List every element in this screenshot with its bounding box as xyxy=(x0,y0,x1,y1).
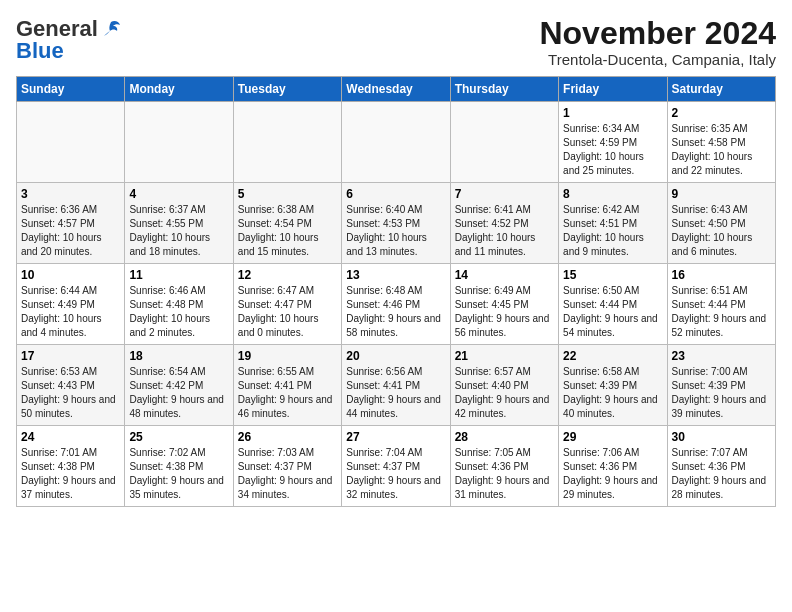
day-info: Sunrise: 7:06 AM Sunset: 4:36 PM Dayligh… xyxy=(563,446,662,502)
day-info: Sunrise: 6:43 AM Sunset: 4:50 PM Dayligh… xyxy=(672,203,771,259)
weekday-header: Tuesday xyxy=(233,77,341,102)
calendar-week-row: 3Sunrise: 6:36 AM Sunset: 4:57 PM Daylig… xyxy=(17,183,776,264)
day-info: Sunrise: 6:55 AM Sunset: 4:41 PM Dayligh… xyxy=(238,365,337,421)
calendar-cell: 3Sunrise: 6:36 AM Sunset: 4:57 PM Daylig… xyxy=(17,183,125,264)
calendar-cell: 30Sunrise: 7:07 AM Sunset: 4:36 PM Dayli… xyxy=(667,426,775,507)
day-info: Sunrise: 7:05 AM Sunset: 4:36 PM Dayligh… xyxy=(455,446,554,502)
day-number: 22 xyxy=(563,349,662,363)
day-number: 15 xyxy=(563,268,662,282)
day-info: Sunrise: 6:54 AM Sunset: 4:42 PM Dayligh… xyxy=(129,365,228,421)
weekday-header: Thursday xyxy=(450,77,558,102)
calendar-week-row: 10Sunrise: 6:44 AM Sunset: 4:49 PM Dayli… xyxy=(17,264,776,345)
day-number: 29 xyxy=(563,430,662,444)
calendar-cell: 29Sunrise: 7:06 AM Sunset: 4:36 PM Dayli… xyxy=(559,426,667,507)
weekday-header: Sunday xyxy=(17,77,125,102)
day-info: Sunrise: 7:01 AM Sunset: 4:38 PM Dayligh… xyxy=(21,446,120,502)
day-info: Sunrise: 6:37 AM Sunset: 4:55 PM Dayligh… xyxy=(129,203,228,259)
day-number: 24 xyxy=(21,430,120,444)
calendar-cell: 11Sunrise: 6:46 AM Sunset: 4:48 PM Dayli… xyxy=(125,264,233,345)
calendar-cell: 15Sunrise: 6:50 AM Sunset: 4:44 PM Dayli… xyxy=(559,264,667,345)
calendar-cell: 16Sunrise: 6:51 AM Sunset: 4:44 PM Dayli… xyxy=(667,264,775,345)
calendar-cell: 20Sunrise: 6:56 AM Sunset: 4:41 PM Dayli… xyxy=(342,345,450,426)
calendar-cell xyxy=(125,102,233,183)
day-number: 3 xyxy=(21,187,120,201)
calendar-cell: 23Sunrise: 7:00 AM Sunset: 4:39 PM Dayli… xyxy=(667,345,775,426)
calendar-cell: 9Sunrise: 6:43 AM Sunset: 4:50 PM Daylig… xyxy=(667,183,775,264)
calendar-cell xyxy=(233,102,341,183)
calendar-cell: 5Sunrise: 6:38 AM Sunset: 4:54 PM Daylig… xyxy=(233,183,341,264)
calendar-cell: 13Sunrise: 6:48 AM Sunset: 4:46 PM Dayli… xyxy=(342,264,450,345)
day-number: 9 xyxy=(672,187,771,201)
calendar-cell xyxy=(342,102,450,183)
day-info: Sunrise: 6:34 AM Sunset: 4:59 PM Dayligh… xyxy=(563,122,662,178)
day-number: 19 xyxy=(238,349,337,363)
calendar-cell xyxy=(17,102,125,183)
day-info: Sunrise: 6:49 AM Sunset: 4:45 PM Dayligh… xyxy=(455,284,554,340)
day-number: 2 xyxy=(672,106,771,120)
day-number: 20 xyxy=(346,349,445,363)
calendar-cell: 4Sunrise: 6:37 AM Sunset: 4:55 PM Daylig… xyxy=(125,183,233,264)
day-info: Sunrise: 6:41 AM Sunset: 4:52 PM Dayligh… xyxy=(455,203,554,259)
day-number: 7 xyxy=(455,187,554,201)
day-number: 18 xyxy=(129,349,228,363)
day-info: Sunrise: 6:47 AM Sunset: 4:47 PM Dayligh… xyxy=(238,284,337,340)
calendar-cell: 24Sunrise: 7:01 AM Sunset: 4:38 PM Dayli… xyxy=(17,426,125,507)
calendar-cell: 2Sunrise: 6:35 AM Sunset: 4:58 PM Daylig… xyxy=(667,102,775,183)
page-header: General Blue November 2024 Trentola-Duce… xyxy=(16,16,776,68)
calendar-cell: 18Sunrise: 6:54 AM Sunset: 4:42 PM Dayli… xyxy=(125,345,233,426)
weekday-header: Saturday xyxy=(667,77,775,102)
calendar-cell: 12Sunrise: 6:47 AM Sunset: 4:47 PM Dayli… xyxy=(233,264,341,345)
calendar-cell: 26Sunrise: 7:03 AM Sunset: 4:37 PM Dayli… xyxy=(233,426,341,507)
calendar-week-row: 1Sunrise: 6:34 AM Sunset: 4:59 PM Daylig… xyxy=(17,102,776,183)
day-info: Sunrise: 6:46 AM Sunset: 4:48 PM Dayligh… xyxy=(129,284,228,340)
weekday-header: Monday xyxy=(125,77,233,102)
day-info: Sunrise: 6:58 AM Sunset: 4:39 PM Dayligh… xyxy=(563,365,662,421)
day-info: Sunrise: 7:02 AM Sunset: 4:38 PM Dayligh… xyxy=(129,446,228,502)
day-number: 30 xyxy=(672,430,771,444)
calendar-cell: 6Sunrise: 6:40 AM Sunset: 4:53 PM Daylig… xyxy=(342,183,450,264)
day-info: Sunrise: 6:42 AM Sunset: 4:51 PM Dayligh… xyxy=(563,203,662,259)
day-number: 12 xyxy=(238,268,337,282)
calendar-cell: 14Sunrise: 6:49 AM Sunset: 4:45 PM Dayli… xyxy=(450,264,558,345)
day-number: 27 xyxy=(346,430,445,444)
day-number: 6 xyxy=(346,187,445,201)
calendar-cell: 22Sunrise: 6:58 AM Sunset: 4:39 PM Dayli… xyxy=(559,345,667,426)
day-number: 13 xyxy=(346,268,445,282)
calendar-cell: 17Sunrise: 6:53 AM Sunset: 4:43 PM Dayli… xyxy=(17,345,125,426)
day-number: 17 xyxy=(21,349,120,363)
day-info: Sunrise: 6:53 AM Sunset: 4:43 PM Dayligh… xyxy=(21,365,120,421)
day-number: 8 xyxy=(563,187,662,201)
calendar-week-row: 17Sunrise: 6:53 AM Sunset: 4:43 PM Dayli… xyxy=(17,345,776,426)
logo-bird-icon xyxy=(100,18,122,40)
month-title: November 2024 xyxy=(539,16,776,51)
day-info: Sunrise: 7:03 AM Sunset: 4:37 PM Dayligh… xyxy=(238,446,337,502)
calendar-header-row: SundayMondayTuesdayWednesdayThursdayFrid… xyxy=(17,77,776,102)
day-number: 28 xyxy=(455,430,554,444)
day-number: 11 xyxy=(129,268,228,282)
calendar-cell: 10Sunrise: 6:44 AM Sunset: 4:49 PM Dayli… xyxy=(17,264,125,345)
calendar-cell xyxy=(450,102,558,183)
day-number: 1 xyxy=(563,106,662,120)
day-number: 21 xyxy=(455,349,554,363)
weekday-header: Friday xyxy=(559,77,667,102)
calendar-cell: 7Sunrise: 6:41 AM Sunset: 4:52 PM Daylig… xyxy=(450,183,558,264)
calendar-cell: 21Sunrise: 6:57 AM Sunset: 4:40 PM Dayli… xyxy=(450,345,558,426)
day-number: 16 xyxy=(672,268,771,282)
day-number: 4 xyxy=(129,187,228,201)
day-info: Sunrise: 7:04 AM Sunset: 4:37 PM Dayligh… xyxy=(346,446,445,502)
day-info: Sunrise: 6:57 AM Sunset: 4:40 PM Dayligh… xyxy=(455,365,554,421)
day-number: 14 xyxy=(455,268,554,282)
calendar-cell: 19Sunrise: 6:55 AM Sunset: 4:41 PM Dayli… xyxy=(233,345,341,426)
day-info: Sunrise: 6:51 AM Sunset: 4:44 PM Dayligh… xyxy=(672,284,771,340)
calendar-cell: 8Sunrise: 6:42 AM Sunset: 4:51 PM Daylig… xyxy=(559,183,667,264)
calendar-cell: 27Sunrise: 7:04 AM Sunset: 4:37 PM Dayli… xyxy=(342,426,450,507)
day-info: Sunrise: 7:07 AM Sunset: 4:36 PM Dayligh… xyxy=(672,446,771,502)
weekday-header: Wednesday xyxy=(342,77,450,102)
day-number: 26 xyxy=(238,430,337,444)
location-text: Trentola-Ducenta, Campania, Italy xyxy=(539,51,776,68)
day-info: Sunrise: 6:44 AM Sunset: 4:49 PM Dayligh… xyxy=(21,284,120,340)
calendar-cell: 1Sunrise: 6:34 AM Sunset: 4:59 PM Daylig… xyxy=(559,102,667,183)
day-info: Sunrise: 6:50 AM Sunset: 4:44 PM Dayligh… xyxy=(563,284,662,340)
logo-blue-text: Blue xyxy=(16,38,64,64)
title-area: November 2024 Trentola-Ducenta, Campania… xyxy=(539,16,776,68)
